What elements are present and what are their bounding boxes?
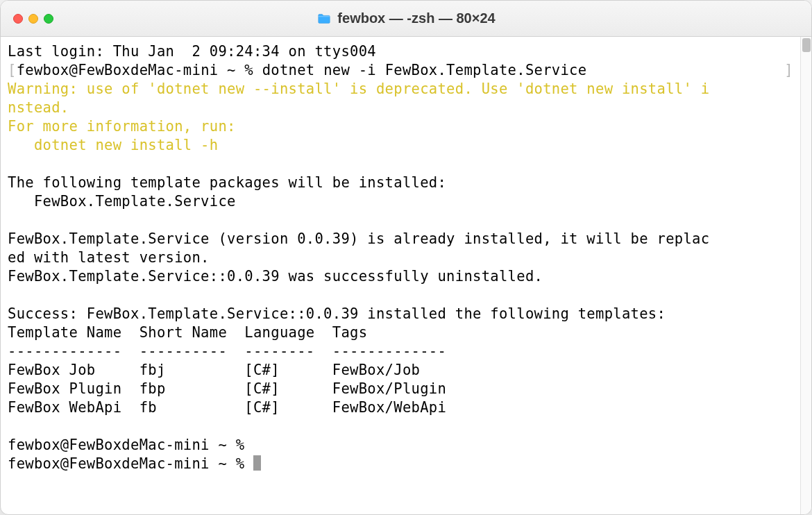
blank-line — [8, 155, 793, 174]
blank-line — [8, 286, 793, 305]
blank-line — [8, 211, 793, 230]
traffic-lights — [13, 14, 53, 24]
warning-text: Warning: use of 'dotnet new --install' i… — [8, 80, 793, 99]
maximize-button[interactable] — [44, 14, 53, 24]
terminal-window: fewbox — -zsh — 80×24 Last login: Thu Ja… — [0, 0, 812, 515]
warning-text: For more information, run: — [8, 117, 793, 136]
bracket-open: [ — [8, 62, 17, 78]
table-row: FewBox Plugin fbp [C#] FewBox/Plugin — [8, 380, 793, 398]
window-title-text: fewbox — -zsh — 80×24 — [337, 10, 495, 26]
prompt: fewbox@FewBoxdeMac-mini ~ % — [17, 62, 262, 78]
command-line: [fewbox@FewBoxdeMac-mini ~ % dotnet new … — [8, 61, 793, 80]
scrollbar[interactable] — [800, 37, 811, 514]
table-divider: ------------- ---------- -------- ------… — [8, 342, 793, 361]
entered-command: dotnet new -i FewBox.Template.Service — [262, 62, 587, 78]
close-button[interactable] — [13, 14, 23, 24]
blank-line — [8, 417, 793, 436]
warning-text: nstead. — [8, 99, 793, 117]
output-text: FewBox.Template.Service (version 0.0.39)… — [8, 230, 793, 248]
output-text: FewBox.Template.Service — [8, 192, 793, 211]
terminal-content[interactable]: Last login: Thu Jan 2 09:24:34 on ttys00… — [1, 37, 800, 514]
output-text: The following template packages will be … — [8, 174, 793, 192]
minimize-button[interactable] — [28, 14, 38, 24]
table-header: Template Name Short Name Language Tags — [8, 323, 793, 342]
table-row: FewBox WebApi fb [C#] FewBox/WebApi — [8, 398, 793, 417]
window-title: fewbox — -zsh — 80×24 — [316, 10, 495, 26]
cursor — [253, 455, 261, 471]
prompt-line: fewbox@FewBoxdeMac-mini ~ % — [8, 436, 793, 455]
prompt: fewbox@FewBoxdeMac-mini ~ % — [8, 455, 253, 472]
output-text: ed with latest version. — [8, 248, 793, 267]
last-login-line: Last login: Thu Jan 2 09:24:34 on ttys00… — [8, 42, 793, 61]
terminal-body: Last login: Thu Jan 2 09:24:34 on ttys00… — [1, 37, 811, 514]
table-row: FewBox Job fbj [C#] FewBox/Job — [8, 361, 793, 380]
bracket-close: ] — [784, 61, 793, 80]
titlebar: fewbox — -zsh — 80×24 — [1, 1, 811, 37]
scrollbar-thumb[interactable] — [802, 38, 811, 52]
current-prompt-line[interactable]: fewbox@FewBoxdeMac-mini ~ % — [8, 455, 793, 473]
folder-icon — [316, 11, 332, 26]
success-line: Success: FewBox.Template.Service::0.0.39… — [8, 305, 793, 323]
output-text: FewBox.Template.Service::0.0.39 was succ… — [8, 267, 793, 286]
warning-text: dotnet new install -h — [8, 136, 793, 155]
